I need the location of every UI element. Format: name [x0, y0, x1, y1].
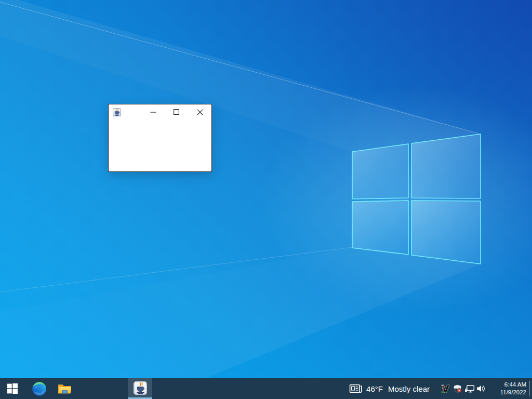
maximize-icon [174, 109, 179, 115]
windows-security-tray-icon[interactable] [451, 378, 463, 399]
window-titlebar[interactable] [109, 104, 211, 119]
volume-tray-icon[interactable] [475, 378, 487, 399]
ethernet-network-icon [464, 384, 475, 393]
taskbar-file-explorer-button[interactable] [52, 378, 77, 399]
caption-buttons [141, 104, 211, 119]
weather-condition: Mostly clear [388, 384, 430, 393]
taskbar-edge-button[interactable] [26, 378, 51, 399]
security-shield-icon [453, 384, 462, 393]
java-app-window [108, 104, 212, 172]
news-icon [349, 383, 363, 394]
minimize-button[interactable] [141, 104, 165, 119]
file-explorer-icon [58, 383, 72, 395]
maximize-button[interactable] [165, 104, 188, 119]
edge-browser-icon [32, 381, 47, 396]
taskbar-clock[interactable]: 6:44 AM 11/9/2022 [493, 381, 526, 396]
wallpaper [0, 0, 532, 399]
show-desktop-button[interactable] [530, 378, 532, 399]
network-tray-icon[interactable] [463, 378, 475, 399]
system-tray: 46°F Mostly clear [345, 378, 532, 399]
clock-date: 11/9/2022 [493, 389, 526, 396]
window-client-area [109, 119, 211, 171]
taskbar-java-app-button[interactable] [128, 378, 152, 399]
weather-temperature: 46°F [366, 384, 383, 393]
speaker-volume-icon [476, 384, 486, 393]
news-and-interests-widget[interactable]: 46°F Mostly clear [345, 378, 433, 399]
clock-time: 6:44 AM [493, 381, 526, 389]
vcxsrv-tray-icon[interactable] [440, 378, 451, 399]
tray-icons [440, 378, 487, 399]
taskbar: 46°F Mostly clear [0, 378, 532, 399]
minimize-icon [150, 109, 156, 115]
windows-start-icon [7, 383, 18, 394]
start-button[interactable] [0, 378, 25, 399]
vcxsrv-icon [441, 384, 450, 393]
close-button[interactable] [188, 104, 211, 119]
desktop[interactable]: 46°F Mostly clear [0, 0, 532, 399]
close-icon [197, 109, 203, 115]
java-coffee-cup-icon [113, 108, 121, 116]
java-coffee-cup-icon [134, 381, 147, 395]
